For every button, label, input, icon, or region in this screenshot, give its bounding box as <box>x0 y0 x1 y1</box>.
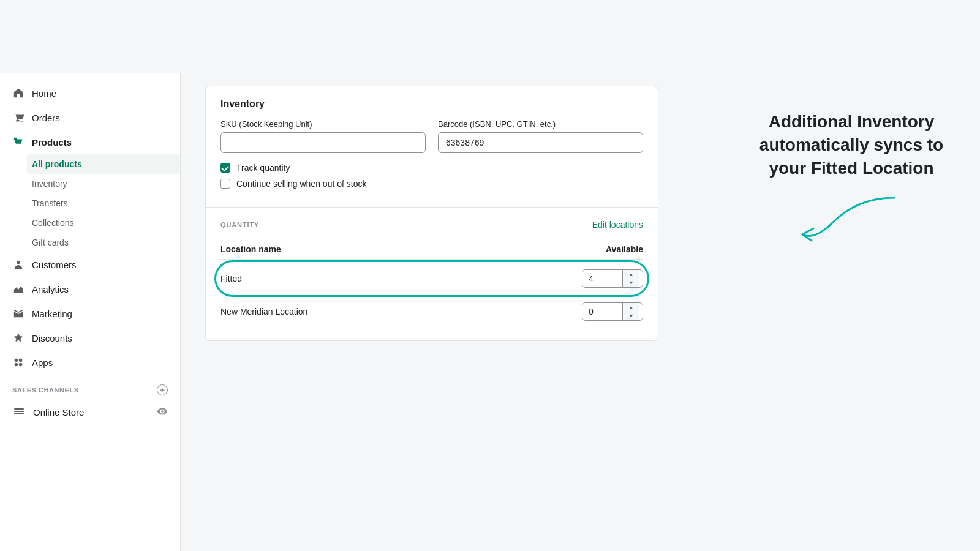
barcode-group: Barcode (ISBN, UPC, GTIN, etc.) <box>438 119 643 153</box>
fitted-location-row: Fitted ▲ ▼ <box>221 262 643 295</box>
add-sales-channel-button[interactable]: + <box>157 384 168 395</box>
sales-channels-section: SALES CHANNELS + <box>0 375 180 399</box>
meridian-quantity-input[interactable] <box>582 303 622 320</box>
col-available-header: Available <box>606 244 643 254</box>
discounts-icon <box>12 332 24 344</box>
fitted-quantity-input[interactable] <box>582 270 622 287</box>
meridian-stepper-buttons: ▲ ▼ <box>622 303 639 320</box>
sidebar-orders-label: Orders <box>32 113 60 123</box>
fitted-location-row-wrapper: Fitted ▲ ▼ <box>221 262 643 295</box>
annotation-arrow <box>784 186 919 259</box>
edit-locations-link[interactable]: Edit locations <box>592 220 643 230</box>
track-quantity-label: Track quantity <box>236 163 290 173</box>
continue-selling-row: Continue selling when out of stock <box>221 179 643 189</box>
sidebar-sub-item-all-products[interactable]: All products <box>27 154 180 174</box>
fitted-quantity-stepper: ▲ ▼ <box>582 269 643 288</box>
sidebar-sub-items: All products Inventory Transfers Collect… <box>0 154 180 252</box>
online-store-icon <box>12 405 26 419</box>
barcode-input[interactable] <box>438 132 643 153</box>
quantity-header: QUANTITY Edit locations <box>221 220 643 230</box>
fitted-increment-button[interactable]: ▲ <box>623 270 639 279</box>
fitted-decrement-button[interactable]: ▼ <box>623 279 639 288</box>
sidebar-item-customers[interactable]: Customers <box>0 252 180 277</box>
quantity-section: QUANTITY Edit locations Location name Av… <box>206 208 658 340</box>
sidebar-discounts-label: Discounts <box>32 333 72 343</box>
quantity-table-header: Location name Available <box>221 239 643 260</box>
sidebar-apps-label: Apps <box>32 358 53 368</box>
sidebar-sub-item-gift-cards[interactable]: Gift cards <box>32 233 180 252</box>
online-store-eye-icon[interactable] <box>157 406 168 419</box>
sku-label: SKU (Stock Keeping Unit) <box>221 119 426 129</box>
fitted-location-name: Fitted <box>221 274 242 283</box>
apps-icon <box>12 356 24 369</box>
quantity-section-label: QUANTITY <box>221 221 259 228</box>
meridian-increment-button[interactable]: ▲ <box>623 303 639 312</box>
sidebar-item-marketing[interactable]: Marketing <box>0 301 180 326</box>
sidebar-item-products[interactable]: Products <box>0 130 180 154</box>
inventory-section: Inventory SKU (Stock Keeping Unit) Barco… <box>206 86 658 208</box>
meridian-location-row: New Meridian Location ▲ ▼ <box>221 295 643 328</box>
fitted-stepper-buttons: ▲ ▼ <box>622 270 639 287</box>
sidebar-sub-item-collections[interactable]: Collections <box>32 213 180 233</box>
orders-icon <box>12 111 24 124</box>
inventory-title: Inventory <box>221 99 643 110</box>
sidebar-item-analytics[interactable]: Analytics <box>0 277 180 301</box>
annotation-text: Additional Inventoryautomatically syncs … <box>735 110 968 179</box>
meridian-decrement-button[interactable]: ▼ <box>623 312 639 321</box>
col-location-header: Location name <box>221 244 281 254</box>
sidebar-item-apps[interactable]: Apps <box>0 350 180 375</box>
barcode-label: Barcode (ISBN, UPC, GTIN, etc.) <box>438 119 643 129</box>
sidebar-sub-item-transfers[interactable]: Transfers <box>32 193 180 213</box>
sidebar-item-online-store[interactable]: Online Store <box>0 399 180 425</box>
meridian-quantity-stepper: ▲ ▼ <box>582 302 643 321</box>
sidebar-customers-label: Customers <box>32 260 77 270</box>
sidebar-item-orders[interactable]: Orders <box>0 105 180 130</box>
sidebar-home-label: Home <box>32 88 56 99</box>
sku-group: SKU (Stock Keeping Unit) <box>221 119 426 153</box>
sidebar-marketing-label: Marketing <box>32 309 72 319</box>
products-icon <box>12 136 24 148</box>
sidebar-sub-item-inventory[interactable]: Inventory <box>32 174 180 193</box>
sku-input[interactable] <box>221 132 426 153</box>
sidebar-analytics-label: Analytics <box>32 284 69 294</box>
inventory-card: Inventory SKU (Stock Keeping Unit) Barco… <box>205 86 658 341</box>
content-area: Inventory SKU (Stock Keeping Unit) Barco… <box>181 73 980 551</box>
meridian-location-name: New Meridian Location <box>221 307 307 317</box>
continue-selling-checkbox[interactable] <box>221 179 230 189</box>
track-quantity-checkbox[interactable] <box>221 163 230 173</box>
annotation-area: Additional Inventoryautomatically syncs … <box>735 110 968 259</box>
sku-barcode-row: SKU (Stock Keeping Unit) Barcode (ISBN, … <box>221 119 643 153</box>
sidebar-products-label: Products <box>32 137 72 148</box>
continue-selling-label: Continue selling when out of stock <box>236 179 366 189</box>
analytics-icon <box>12 283 24 295</box>
home-icon <box>12 87 24 99</box>
sidebar-item-home[interactable]: Home <box>0 81 180 105</box>
track-quantity-row: Track quantity <box>221 163 643 173</box>
customers-icon <box>12 258 24 271</box>
online-store-label: Online Store <box>33 407 149 418</box>
sidebar: Home Orders Products All products <box>0 73 181 551</box>
sidebar-item-discounts[interactable]: Discounts <box>0 326 180 350</box>
marketing-icon <box>12 307 24 320</box>
